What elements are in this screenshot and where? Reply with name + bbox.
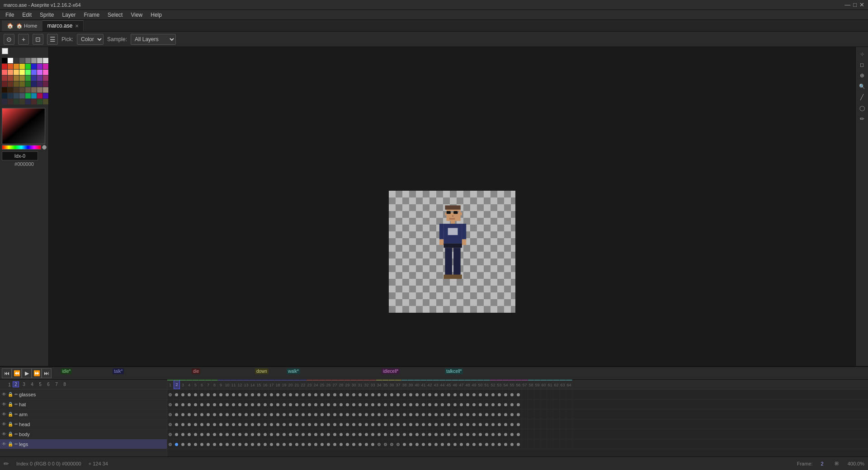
- frame-cell-head-60[interactable]: [541, 419, 547, 429]
- frame-cell-body-31[interactable]: [357, 429, 363, 439]
- frame-cell-head-5[interactable]: [193, 419, 199, 429]
- palette-cell-58[interactable]: [14, 99, 19, 104]
- palette-cell-15[interactable]: [43, 64, 48, 69]
- frame-cell-glasses-58[interactable]: [528, 390, 534, 400]
- frame-cell-head-37[interactable]: [395, 419, 401, 429]
- palette-cell-45[interactable]: [31, 87, 37, 93]
- frame-header-5[interactable]: 5: [193, 380, 199, 389]
- frame-cell-glasses-24[interactable]: [313, 390, 319, 400]
- frame-cell-arm-30[interactable]: [351, 409, 357, 419]
- frame-cell-hat-41[interactable]: [420, 400, 427, 409]
- layer-row-arm[interactable]: 👁 🔒 •• arm: [0, 409, 167, 419]
- frame-cell-body-14[interactable]: [250, 429, 256, 439]
- palette-cell-30[interactable]: [37, 75, 42, 81]
- frame-cell-hat-50[interactable]: [477, 400, 484, 409]
- frame-cell-arm-64[interactable]: [566, 409, 572, 419]
- frame-cell-hat-15[interactable]: [256, 400, 262, 409]
- timeline-frames[interactable]: 1234567891011121314151617181920212223242…: [167, 380, 868, 456]
- frame-cell-head-1[interactable]: [167, 419, 174, 429]
- frame-cell-head-9[interactable]: [218, 419, 224, 429]
- tool-ellipse-right[interactable]: ◯: [857, 103, 867, 113]
- frame-cell-arm-42[interactable]: [427, 409, 433, 419]
- frame-cell-body-50[interactable]: [477, 429, 484, 439]
- frame-header-40[interactable]: 40: [414, 380, 420, 389]
- frame-cell-hat-16[interactable]: [262, 400, 269, 409]
- frame-cell-legs-26[interactable]: [326, 439, 332, 449]
- frame-cell-legs-41[interactable]: [420, 439, 427, 449]
- menu-help[interactable]: Help: [147, 11, 165, 19]
- visibility-icon-body[interactable]: 👁: [2, 432, 6, 437]
- frame-cell-head-27[interactable]: [332, 419, 338, 429]
- frame-cell-body-57[interactable]: [522, 429, 528, 439]
- frame-cell-legs-15[interactable]: [256, 439, 262, 449]
- frame-cell-hat-42[interactable]: [427, 400, 433, 409]
- palette-cell-10[interactable]: [14, 64, 19, 69]
- frame-header-53[interactable]: 53: [496, 380, 503, 389]
- frame-cell-arm-46[interactable]: [452, 409, 458, 419]
- frame-header-35[interactable]: 35: [382, 380, 389, 389]
- frame-cell-head-13[interactable]: [243, 419, 250, 429]
- frame-cell-legs-55[interactable]: [509, 439, 515, 449]
- frame-cell-glasses-28[interactable]: [338, 390, 344, 400]
- frame-cell-body-49[interactable]: [471, 429, 477, 439]
- frame-cell-head-48[interactable]: [465, 419, 471, 429]
- frame-cell-head-28[interactable]: [338, 419, 344, 429]
- palette-cell-24[interactable]: [2, 75, 7, 81]
- frame-cell-head-50[interactable]: [477, 419, 484, 429]
- frame-cell-head-57[interactable]: [522, 419, 528, 429]
- frame-cell-hat-47[interactable]: [458, 400, 465, 409]
- palette-cell-37[interactable]: [31, 81, 37, 87]
- frame-cell-glasses-44[interactable]: [439, 390, 446, 400]
- frame-header-39[interactable]: 39: [408, 380, 414, 389]
- frame-cell-arm-48[interactable]: [465, 409, 471, 419]
- frame-cell-arm-29[interactable]: [344, 409, 351, 419]
- frame-cell-legs-11[interactable]: [231, 439, 237, 449]
- frame-cell-glasses-31[interactable]: [357, 390, 363, 400]
- frame-cell-body-7[interactable]: [205, 429, 212, 439]
- palette-cell-53[interactable]: [31, 93, 37, 99]
- frame-cell-legs-44[interactable]: [439, 439, 446, 449]
- frame-cell-hat-58[interactable]: [528, 400, 534, 409]
- frame-cell-legs-18[interactable]: [275, 439, 281, 449]
- frame-cell-arm-61[interactable]: [547, 409, 553, 419]
- frame-header-34[interactable]: 34: [376, 380, 382, 389]
- frame-cell-arm-18[interactable]: [275, 409, 281, 419]
- frame-header-48[interactable]: 48: [465, 380, 471, 389]
- palette-cell-5[interactable]: [31, 58, 37, 63]
- frame-cell-arm-43[interactable]: [433, 409, 439, 419]
- frame-cell-body-64[interactable]: [566, 429, 572, 439]
- frame-cell-hat-46[interactable]: [452, 400, 458, 409]
- frame-header-4[interactable]: 4: [186, 380, 193, 389]
- frame-cell-glasses-34[interactable]: [376, 390, 382, 400]
- frame-cell-body-19[interactable]: [281, 429, 288, 439]
- frame-cell-body-4[interactable]: [186, 429, 193, 439]
- frame-cell-legs-54[interactable]: [503, 439, 509, 449]
- frame-header-37[interactable]: 37: [395, 380, 401, 389]
- frame-cell-legs-27[interactable]: [332, 439, 338, 449]
- palette-cell-14[interactable]: [37, 64, 42, 69]
- frame-cell-glasses-1[interactable]: [167, 390, 174, 400]
- frame-cell-hat-26[interactable]: [326, 400, 332, 409]
- frame-cell-arm-31[interactable]: [357, 409, 363, 419]
- frame-header-28[interactable]: 28: [338, 380, 344, 389]
- frame-cell-head-21[interactable]: [294, 419, 300, 429]
- frame-cell-legs-6[interactable]: [199, 439, 205, 449]
- frame-cell-glasses-57[interactable]: [522, 390, 528, 400]
- frame-cell-legs-51[interactable]: [484, 439, 490, 449]
- frame-cell-head-7[interactable]: [205, 419, 212, 429]
- frame-cell-body-60[interactable]: [541, 429, 547, 439]
- close-btn[interactable]: ✕: [859, 1, 864, 8]
- frame-header-9[interactable]: 9: [218, 380, 224, 389]
- frame-cell-hat-1[interactable]: [167, 400, 174, 409]
- frame-cell-hat-7[interactable]: [205, 400, 212, 409]
- frame-cell-legs-42[interactable]: [427, 439, 433, 449]
- frame-header-29[interactable]: 29: [344, 380, 351, 389]
- frame-cell-glasses-51[interactable]: [484, 390, 490, 400]
- frame-cell-glasses-47[interactable]: [458, 390, 465, 400]
- tl-play-btn[interactable]: ▶: [22, 368, 32, 378]
- frame-cell-legs-34[interactable]: [376, 439, 382, 449]
- frame-header-25[interactable]: 25: [319, 380, 326, 389]
- frame-cell-head-53[interactable]: [496, 419, 503, 429]
- frame-cell-head-33[interactable]: [370, 419, 376, 429]
- frame-cell-hat-12[interactable]: [237, 400, 243, 409]
